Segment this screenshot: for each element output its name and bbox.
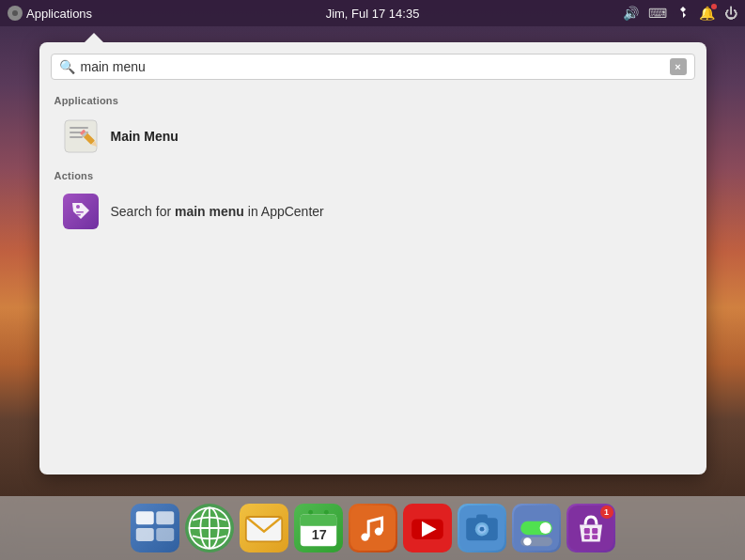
main-menu-icon-svg	[63, 118, 99, 154]
svg-rect-5	[70, 136, 83, 138]
svg-point-31	[361, 533, 368, 540]
svg-rect-13	[135, 511, 153, 524]
main-menu-app-icon	[62, 117, 100, 155]
svg-point-10	[76, 205, 80, 209]
app-menu-icon[interactable]	[8, 6, 23, 21]
dock-item-switchboard[interactable]	[512, 504, 561, 552]
svg-rect-49	[592, 528, 598, 534]
taskbar-app-title: Applications	[26, 7, 92, 21]
dock-item-multitasking[interactable]	[131, 504, 179, 552]
search-bar: 🔍 ×	[51, 54, 695, 80]
applications-section-header: Applications	[39, 87, 706, 110]
dock-item-photos[interactable]	[458, 504, 506, 552]
power-icon[interactable]: ⏻	[724, 6, 737, 21]
svg-rect-26	[300, 521, 335, 526]
taskbar-datetime: Jim, Ful 17 14:35	[326, 7, 420, 21]
svg-rect-14	[156, 511, 174, 524]
svg-rect-12	[76, 214, 81, 216]
svg-rect-50	[583, 535, 589, 539]
svg-point-27	[308, 510, 313, 515]
svg-rect-11	[76, 211, 84, 213]
svg-point-32	[374, 527, 381, 535]
search-input[interactable]	[81, 59, 670, 74]
appcenter-search-result[interactable]: Search for main menu in AppCenter	[47, 187, 699, 236]
taskbar-left: Applications	[8, 6, 92, 21]
actions-section-header: Actions	[39, 163, 706, 185]
appcenter-badge: 1	[600, 506, 613, 519]
taskbar-right: 🔊 ⌨ 🔔 ⏻	[623, 6, 737, 22]
svg-point-28	[324, 510, 329, 515]
svg-rect-30	[350, 506, 396, 551]
search-clear-button[interactable]: ×	[670, 58, 687, 75]
appcenter-action-icon	[62, 193, 100, 230]
appcenter-action-label: Search for main menu in AppCenter	[111, 204, 324, 219]
dock-item-appcenter[interactable]: 1	[567, 504, 615, 552]
dock-item-mail[interactable]	[240, 504, 288, 552]
svg-rect-16	[156, 528, 174, 541]
svg-text:17: 17	[311, 527, 326, 542]
svg-rect-3	[70, 127, 88, 129]
svg-rect-51	[592, 535, 598, 539]
dock-item-web-browser[interactable]	[185, 504, 234, 552]
main-menu-result[interactable]: Main Menu	[47, 112, 699, 161]
svg-rect-41	[476, 515, 488, 521]
svg-rect-48	[583, 528, 589, 534]
svg-point-40	[479, 527, 484, 532]
dock-item-calendar[interactable]: 17	[294, 504, 343, 552]
dock: 17	[0, 496, 745, 560]
bluetooth-icon[interactable]	[676, 6, 690, 22]
svg-point-44	[539, 522, 551, 534]
search-panel: 🔍 × Applications	[39, 42, 706, 474]
volume-icon[interactable]: 🔊	[623, 6, 639, 21]
svg-point-1	[12, 10, 18, 16]
taskbar-top: Applications Jim, Ful 17 14:35 🔊 ⌨ 🔔 ⏻	[0, 0, 745, 26]
svg-point-46	[523, 537, 531, 545]
svg-rect-15	[135, 528, 153, 541]
main-menu-result-label: Main Menu	[111, 129, 178, 144]
notifications-icon[interactable]: 🔔	[699, 6, 715, 21]
dock-item-music[interactable]	[349, 504, 397, 552]
search-icon: 🔍	[59, 59, 75, 74]
dock-item-youtube[interactable]	[403, 504, 452, 552]
keyboard-icon[interactable]: ⌨	[648, 6, 667, 21]
